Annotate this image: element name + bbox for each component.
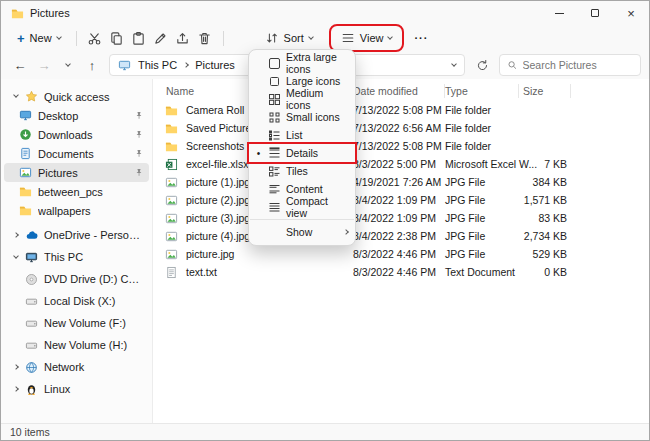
file-date: 7/13/2022 5:08 PM [353,140,445,152]
chevron-down-icon[interactable] [13,92,19,98]
sidebar-item-pictures[interactable]: Pictures [4,163,149,182]
sidebar-item-label: Local Disk (X:) [44,295,143,307]
window-title: Pictures [30,7,70,19]
address-dropdown-icon[interactable] [451,61,457,67]
menu-item-list[interactable]: List [249,126,355,144]
sidebar-item-label: Desktop [38,110,131,122]
file-date: 4/19/2021 7:26 AM [353,176,445,188]
breadcrumb-current[interactable]: Pictures [195,59,235,71]
column-header-date-modified[interactable]: Date modified [353,84,445,98]
chevron-right-icon[interactable] [13,386,19,392]
refresh-button[interactable] [471,54,493,76]
minimize-button[interactable] [541,1,577,25]
maximize-button[interactable] [577,1,613,25]
sidebar-item-label: Downloads [38,129,131,141]
breadcrumb-root[interactable]: This PC [138,59,177,71]
forward-button[interactable]: → [33,54,55,76]
chevron-down-icon[interactable] [13,253,19,259]
sidebar-item-desktop[interactable]: Desktop [4,106,149,125]
menu-item-details[interactable]: • Details [249,144,355,162]
file-row[interactable]: Saved Pictures 7/13/2022 6:56 AM File fo… [153,119,649,137]
sidebar-item-linux[interactable]: Linux [4,378,149,400]
chevron-right-icon[interactable] [13,364,19,370]
see-more-button[interactable]: ··· [406,29,436,47]
menu-item-medium-icons[interactable]: Medium icons [249,90,355,108]
chevron-right-icon[interactable] [13,232,19,238]
up-button[interactable]: ↑ [81,54,103,76]
chevron-down-icon [56,34,62,40]
file-size: 0 KB [519,266,571,278]
sidebar-item-onedrive[interactable]: OneDrive - Personal [4,224,149,246]
pin-icon [135,130,143,139]
file-name: picture.jpg [186,248,234,260]
file-row[interactable]: picture.jpg 8/3/2022 4:46 PM JPG File 52… [153,245,649,263]
sidebar-item-wallpapers[interactable]: wallpapers [4,201,149,220]
image-icon [165,229,179,243]
file-row[interactable]: text.txt 8/3/2022 4:46 PM Text Document … [153,263,649,281]
tiles-icon [268,165,281,178]
monitor-icon [19,109,34,123]
menu-item-small-icons[interactable]: Small icons [249,108,355,126]
menu-item-show[interactable]: Show [249,223,355,241]
file-date: 7/13/2022 5:08 PM [353,104,445,116]
delete-button[interactable] [194,28,216,48]
column-header-type[interactable]: Type [445,84,519,98]
paste-button[interactable] [128,28,150,48]
sidebar-item-label: DVD Drive (D:) CCCOMA_X64FRE_EN-US [44,273,143,285]
file-date: 8/3/2022 4:46 PM [353,266,445,278]
sidebar-item-this-pc[interactable]: This PC [4,246,149,268]
view-button-label: View [360,32,384,44]
file-date: 7/13/2022 6:56 AM [353,122,445,134]
close-button[interactable]: × [613,1,649,25]
small-icons-icon [268,111,281,124]
content-icon [268,183,281,196]
explorer-window: Pictures × + New Sort View [0,0,650,441]
rename-button[interactable] [150,28,172,48]
file-row[interactable]: Camera Roll 7/13/2022 5:08 PM File folde… [153,101,649,119]
text-file-icon [165,265,179,279]
recent-locations-button[interactable] [57,54,79,76]
sidebar-item-label: Quick access [44,91,143,103]
menu-item-label: Compact view [286,195,348,219]
menu-item-compact-view[interactable]: Compact view [249,198,355,216]
sidebar-item-dvd-drive[interactable]: DVD Drive (D:) CCCOMA_X64FRE_EN-US [4,268,149,290]
file-row[interactable]: picture (2).jpg 8/4/2022 1:09 PM JPG Fil… [153,191,649,209]
sidebar-item-between-pcs[interactable]: between_pcs [4,182,149,201]
sidebar-item-label: Documents [38,148,131,160]
back-button[interactable]: ← [9,54,31,76]
file-row[interactable]: excel-file.xlsx 8/3/2022 5:00 PM Microso… [153,155,649,173]
linux-icon [25,382,40,396]
search-box[interactable] [499,54,641,76]
pin-icon [135,168,143,177]
new-button[interactable]: + New [9,29,69,48]
sort-button[interactable]: Sort [257,28,321,48]
search-input[interactable] [523,59,633,71]
view-button[interactable]: View [333,28,401,48]
file-row[interactable]: picture (3).jpg 8/4/2022 1:09 PM JPG Fil… [153,209,649,227]
menu-item-label: Content [286,183,348,195]
sidebar-item-documents[interactable]: Documents [4,144,149,163]
sidebar-item-local-disk-x[interactable]: Local Disk (X:) [4,290,149,312]
sort-button-label: Sort [284,32,304,44]
cut-button[interactable] [84,28,106,48]
new-button-label: New [30,32,52,44]
menu-item-extra-large-icons[interactable]: Extra large icons [249,54,355,72]
file-row[interactable]: picture (1).jpg 4/19/2021 7:26 AM JPG Fi… [153,173,649,191]
command-bar: + New Sort View ··· [1,25,649,51]
chevron-down-icon [388,34,394,40]
column-header-size[interactable]: Size [519,84,571,98]
file-name: Camera Roll [186,104,244,116]
sidebar-item-downloads[interactable]: Downloads [4,125,149,144]
file-name: Screenshots [186,140,244,152]
copy-button[interactable] [106,28,128,48]
menu-item-tiles[interactable]: Tiles [249,162,355,180]
drive-icon [25,338,40,352]
file-row[interactable]: picture (4).jpg 8/4/2022 2:38 PM JPG Fil… [153,227,649,245]
folder-icon [19,185,34,199]
share-button[interactable] [172,28,194,48]
sidebar-item-new-volume-f[interactable]: New Volume (F:) [4,312,149,334]
file-row[interactable]: Screenshots 7/13/2022 5:08 PM File folde… [153,137,649,155]
sidebar-item-quick-access[interactable]: Quick access [4,87,149,106]
sidebar-item-network[interactable]: Network [4,356,149,378]
sidebar-item-new-volume-h[interactable]: New Volume (H:) [4,334,149,356]
